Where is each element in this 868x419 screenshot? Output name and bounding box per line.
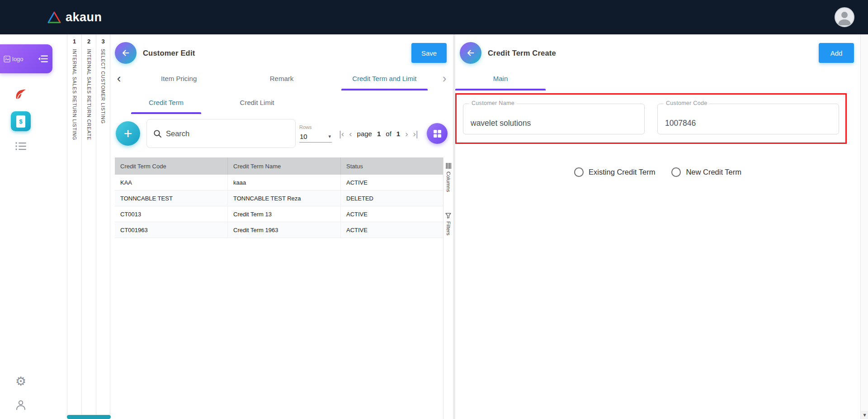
- red-app-icon[interactable]: [11, 87, 31, 101]
- list-icon[interactable]: [11, 141, 31, 151]
- cell-credit-term-name: kaaa: [228, 175, 341, 190]
- vertical-scrollbar[interactable]: ▼: [860, 34, 868, 419]
- customer-edit-header: Customer Edit Save: [110, 34, 453, 66]
- teal-app-tile: $: [11, 111, 31, 131]
- step-strip-3[interactable]: 3 SELECT CUSTOMER LISTING: [96, 34, 110, 419]
- step-strip-2[interactable]: 2 INTERNAL SALES RETURN CREATE: [81, 34, 96, 419]
- customer-edit-tabs: ‹ Item Pricing Remark Credit Term and Li…: [110, 66, 453, 90]
- of-word: of: [386, 130, 392, 138]
- prev-page-icon[interactable]: ‹: [349, 129, 352, 138]
- credit-term-create-tabs: Main: [455, 66, 860, 90]
- credit-term-table-area: Credit Term Code Credit Term Name Status…: [115, 157, 453, 419]
- table-row[interactable]: KAA kaaa ACTIVE: [115, 175, 443, 190]
- topbar: akaun: [0, 0, 868, 34]
- radio-circle-icon: [574, 167, 584, 177]
- table-row[interactable]: CT001963 Credit Term 1963 ACTIVE: [115, 222, 443, 238]
- scroll-down-icon[interactable]: ▼: [861, 411, 868, 419]
- last-page-icon[interactable]: ›|: [413, 129, 418, 138]
- rows-per-page-select[interactable]: Rows 10 ▾: [299, 124, 332, 143]
- cell-credit-term-name: Credit Term 13: [228, 206, 341, 222]
- rows-label: Rows: [299, 124, 332, 130]
- sidebar-toggle-icon[interactable]: [38, 55, 48, 63]
- filter-funnel-icon: [445, 213, 451, 219]
- cell-status: ACTIVE: [341, 222, 443, 238]
- current-page-number: 1: [377, 130, 381, 138]
- first-page-icon[interactable]: |‹: [339, 129, 344, 138]
- teal-app-icon[interactable]: $: [11, 111, 31, 131]
- cell-credit-term-name: Credit Term 1963: [228, 222, 341, 238]
- user-avatar[interactable]: [835, 7, 854, 27]
- cell-status: ACTIVE: [341, 206, 443, 222]
- filters-option[interactable]: Filters: [445, 213, 451, 235]
- tabs-scroll-right-icon[interactable]: ›: [436, 66, 453, 90]
- pagination: |‹ ‹ page 1 of 1 › ›|: [339, 129, 418, 138]
- page-title: Customer Edit: [143, 49, 195, 57]
- cell-status: ACTIVE: [341, 175, 443, 190]
- sidebar: logo: [0, 34, 67, 419]
- back-button[interactable]: [460, 42, 481, 64]
- step-label: INTERNAL SALES RETURN CREATE: [86, 49, 92, 140]
- sidebar-logo-card[interactable]: logo: [0, 44, 52, 73]
- table-header-row: Credit Term Code Credit Term Name Status: [115, 157, 443, 175]
- tab-main[interactable]: Main: [455, 66, 546, 90]
- back-button[interactable]: [115, 42, 137, 64]
- add-button[interactable]: Add: [819, 43, 854, 63]
- settings-gear-icon[interactable]: ⚙: [11, 375, 31, 387]
- customer-name-field[interactable]: Customer Name wavelet solutions: [463, 104, 645, 134]
- tab-credit-term-and-limit[interactable]: Credit Term and Limit: [333, 66, 436, 90]
- cell-credit-term-code: TONNCABLE TEST: [115, 190, 228, 206]
- subtab-credit-limit[interactable]: Credit Limit: [222, 90, 292, 114]
- logo-alt-text: logo: [12, 56, 24, 62]
- dollar-document-icon: $: [16, 115, 25, 128]
- credit-term-create-header: Credit Term Create Add: [455, 34, 860, 66]
- customer-code-value: 1007846: [665, 119, 696, 128]
- column-header-credit-term-name[interactable]: Credit Term Name: [228, 157, 341, 175]
- search-box[interactable]: [146, 119, 296, 148]
- table-row[interactable]: TONNCABLE TEST TONNCABLE TEST Reza DELET…: [115, 190, 443, 206]
- broken-image-icon: [4, 56, 10, 62]
- radio-existing-credit-term[interactable]: Existing Credit Term: [574, 167, 655, 177]
- subtab-credit-term[interactable]: Credit Term: [131, 90, 201, 114]
- radio-circle-icon: [671, 167, 681, 177]
- app-page: akaun: [0, 0, 868, 419]
- page-title: Credit Term Create: [488, 49, 556, 57]
- broken-image-placeholder: logo: [4, 56, 24, 62]
- radio-new-credit-term[interactable]: New Credit Term: [671, 167, 741, 177]
- columns-option[interactable]: Columns: [446, 163, 451, 192]
- main-panels: Customer Edit Save ‹ Item Pricing Remark…: [110, 34, 868, 419]
- brand-triangle-icon: [47, 11, 61, 24]
- customer-name-label: Customer Name: [469, 100, 517, 106]
- table-options-strip: Columns Filters: [443, 157, 453, 419]
- next-page-icon[interactable]: ›: [405, 129, 408, 138]
- sidebar-app-icons: $: [0, 87, 67, 151]
- customer-name-value: wavelet solutions: [471, 119, 531, 128]
- tabs-scroll-left-icon[interactable]: ‹: [110, 66, 127, 90]
- profile-person-icon[interactable]: [11, 399, 31, 411]
- credit-term-type-radios: Existing Credit Term New Credit Term: [455, 167, 860, 177]
- total-pages-number: 1: [396, 130, 400, 138]
- column-header-status[interactable]: Status: [341, 157, 443, 175]
- customer-code-field[interactable]: Customer Code 1007846: [657, 104, 839, 134]
- save-button[interactable]: Save: [411, 43, 447, 63]
- columns-drag-icon: [446, 163, 451, 169]
- step-number: 2: [87, 38, 90, 45]
- tab-remark[interactable]: Remark: [230, 66, 333, 90]
- tab-item-pricing[interactable]: Item Pricing: [127, 66, 230, 90]
- add-credit-term-button[interactable]: +: [116, 121, 140, 146]
- credit-term-table: Credit Term Code Credit Term Name Status…: [115, 157, 443, 419]
- column-header-credit-term-code[interactable]: Credit Term Code: [115, 157, 228, 175]
- credit-subtabs: Credit Term Credit Limit: [110, 90, 453, 114]
- step-label: INTERNAL SALES RETURN LISTING: [72, 49, 77, 140]
- search-input[interactable]: [166, 129, 289, 138]
- columns-label: Columns: [446, 171, 451, 192]
- horizontal-scrollbar-thumb[interactable]: [67, 415, 111, 419]
- step-strip-1[interactable]: 1 INTERNAL SALES RETURN LISTING: [67, 34, 81, 419]
- brand-logo[interactable]: akaun: [47, 10, 102, 24]
- step-label: SELECT CUSTOMER LISTING: [100, 49, 106, 124]
- app-shell: logo: [0, 34, 868, 419]
- table-toolbar: + Rows 10 ▾: [110, 114, 453, 153]
- customer-edit-panel: Customer Edit Save ‹ Item Pricing Remark…: [110, 34, 453, 419]
- rows-value: 10: [300, 133, 307, 140]
- table-row[interactable]: CT0013 Credit Term 13 ACTIVE: [115, 206, 443, 222]
- grid-view-button[interactable]: [427, 123, 448, 144]
